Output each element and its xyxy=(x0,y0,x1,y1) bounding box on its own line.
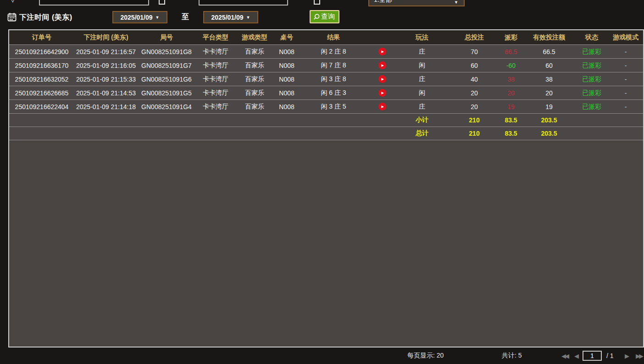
cell-round: GN008251091G5 xyxy=(138,89,195,97)
subtotal-valid: 203.5 xyxy=(520,116,578,124)
pagination-bar: 每页显示: 20 共计: 5 ◀◀ ◀ / 1 ▶ ▶▶ xyxy=(0,347,644,364)
grand-total-label: 总计 xyxy=(397,129,447,138)
date-from-picker[interactable]: 2025/01/09 ▼ xyxy=(112,11,167,23)
cell-round: GN008251091G7 xyxy=(138,62,195,69)
per-page-label: 每页显示: 20 xyxy=(407,347,444,364)
cell-table: N008 xyxy=(273,89,300,97)
cell-platform: 卡卡湾厅 xyxy=(195,89,236,97)
query-button-label: 查询 xyxy=(321,12,335,21)
cell-valid: 20 xyxy=(520,89,578,97)
bet-records-panel: 订单号 下注时间 (美东) 局号 平台类型 游戏类型 桌号 结果 玩法 总投注 … xyxy=(8,29,644,347)
date-range-separator: 至 xyxy=(182,12,189,22)
cell-game: 百家乐 xyxy=(236,48,273,56)
subtotal-label: 小计 xyxy=(397,116,447,124)
next-page-button[interactable]: ▶ xyxy=(625,347,629,364)
cell-table: N008 xyxy=(273,76,300,83)
play-video-icon[interactable] xyxy=(378,75,386,83)
cell-result: 闲 3 庄 8 xyxy=(300,75,367,83)
cell-time: 2025-01-09 21:14:18 xyxy=(74,103,138,110)
list-icon xyxy=(314,0,320,5)
filter-input-1[interactable] xyxy=(39,0,149,6)
play-video-icon[interactable] xyxy=(378,61,386,69)
cell-result: 闲 2 庄 8 xyxy=(300,48,367,56)
cell-total: 60 xyxy=(447,62,502,69)
subtotal-row: 小计 210 83.5 203.5 xyxy=(9,114,643,127)
cell-round: GN008251091G8 xyxy=(138,48,195,55)
col-header-table: 桌号 xyxy=(273,33,300,42)
cell-total: 20 xyxy=(447,89,502,97)
cell-valid: 66.5 xyxy=(520,48,578,55)
cell-payout: -60 xyxy=(502,62,520,69)
first-page-button[interactable]: ◀◀ xyxy=(561,347,568,364)
chevron-down-icon: ▼ xyxy=(246,15,250,20)
prev-page-button[interactable]: ◀ xyxy=(574,347,579,364)
grand-total-payout: 83.5 xyxy=(502,130,520,137)
table-row: 2501092166320522025-01-09 21:15:33GN0082… xyxy=(9,72,643,86)
cell-video xyxy=(367,75,397,83)
date-to-picker[interactable]: 2025/01/09 ▼ xyxy=(203,11,258,23)
cell-result: 闲 3 庄 5 xyxy=(300,103,367,111)
cell-round: GN008251091G4 xyxy=(138,103,195,110)
cell-payout: 19 xyxy=(502,103,520,110)
type-dropdown-value: 1.全部 xyxy=(374,0,392,4)
cell-status: 已派彩 xyxy=(578,48,605,56)
subtotal-total: 210 xyxy=(447,116,502,124)
cell-table: N008 xyxy=(273,62,300,69)
cell-order: 250109216632052 xyxy=(9,76,74,83)
play-video-icon[interactable] xyxy=(378,48,386,55)
chevron-down-icon: ▼ xyxy=(155,15,160,20)
cell-mode: - xyxy=(605,89,644,97)
date-from-value: 2025/01/09 xyxy=(121,14,153,21)
cell-play: 闲 xyxy=(397,89,447,97)
cell-game: 百家乐 xyxy=(236,75,273,83)
calendar-icon xyxy=(159,0,165,5)
grand-total-total: 210 xyxy=(447,130,502,137)
col-header-platform: 平台类型 xyxy=(195,33,236,42)
cell-video xyxy=(367,103,397,111)
grand-total-valid: 203.5 xyxy=(520,130,578,137)
col-header-mode: 游戏模式 xyxy=(605,33,644,42)
calendar-icon xyxy=(7,12,17,22)
cell-time: 2025-01-09 21:14:53 xyxy=(74,89,138,97)
cell-video xyxy=(367,48,397,56)
table-empty-area xyxy=(9,140,643,347)
filter-input-2[interactable] xyxy=(199,0,288,6)
play-video-icon[interactable] xyxy=(378,89,386,97)
col-header-total: 总投注 xyxy=(447,33,502,42)
cell-order: 250109216626685 xyxy=(9,89,74,97)
cell-payout: 38 xyxy=(502,76,520,83)
col-header-status: 状态 xyxy=(578,33,605,42)
grand-total-row: 总计 210 83.5 203.5 xyxy=(9,127,643,140)
filter-bar: ▽ 1.全部 ▼ 下注时间 (美东) 2025/01/09 ▼ 至 2025/0… xyxy=(0,0,644,28)
cell-payout: 66.5 xyxy=(502,48,520,55)
cell-platform: 卡卡湾厅 xyxy=(195,75,236,83)
cell-total: 70 xyxy=(447,48,502,55)
cell-time: 2025-01-09 21:16:05 xyxy=(74,62,138,69)
query-button[interactable]: 查询 xyxy=(310,10,339,23)
col-header-time: 下注时间 (美东) xyxy=(74,33,138,42)
cell-mode: - xyxy=(605,62,644,69)
cell-mode: - xyxy=(605,76,644,83)
cell-play: 庄 xyxy=(397,48,447,56)
col-header-game: 游戏类型 xyxy=(236,33,273,42)
cell-status: 已派彩 xyxy=(578,61,605,70)
table-header-row: 订单号 下注时间 (美东) 局号 平台类型 游戏类型 桌号 结果 玩法 总投注 … xyxy=(9,30,643,45)
col-header-play: 玩法 xyxy=(397,33,447,42)
col-header-order: 订单号 xyxy=(9,33,74,42)
cell-total: 20 xyxy=(447,103,502,110)
total-count-label: 共计: 5 xyxy=(502,347,522,364)
col-header-payout: 派彩 xyxy=(502,33,520,42)
cell-mode: - xyxy=(605,103,644,110)
table-row: 2501092166266852025-01-09 21:14:53GN0082… xyxy=(9,86,643,100)
page-number-input[interactable] xyxy=(583,351,602,361)
cell-order: 250109216642900 xyxy=(9,48,74,55)
table-body: 2501092166429002025-01-09 21:16:57GN0082… xyxy=(9,45,643,114)
last-page-button[interactable]: ▶▶ xyxy=(636,347,642,364)
date-to-value: 2025/01/09 xyxy=(211,14,244,21)
type-dropdown[interactable]: 1.全部 ▼ xyxy=(368,0,465,6)
play-video-icon[interactable] xyxy=(378,103,386,110)
cell-time: 2025-01-09 21:16:57 xyxy=(74,48,138,55)
cell-play: 庄 xyxy=(397,75,447,83)
col-header-result: 结果 xyxy=(300,33,367,42)
cell-valid: 60 xyxy=(520,62,578,69)
